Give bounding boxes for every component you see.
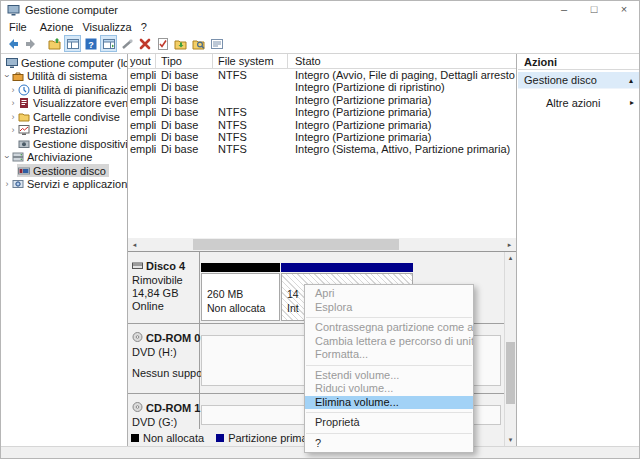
scroll-left-icon[interactable]: ◂ (128, 238, 141, 251)
cell-stato: Integro (Partizione di ripristino) (288, 81, 516, 93)
sidebar-item-cartelle-condivise[interactable]: › Cartelle condivise (1, 110, 127, 124)
sidebar-item-gestione-dispositivi[interactable]: Gestione dispositivi (1, 137, 127, 151)
console-tree: Gestione computer (locale) › Utilità di … (1, 54, 128, 446)
cell-fs: NTFS (213, 119, 288, 131)
forward-icon[interactable] (22, 35, 39, 52)
collapse-up-icon[interactable]: ▴ (629, 72, 633, 89)
scrollbar-thumb[interactable] (193, 239, 399, 250)
volume-list: yout Tipo File system Stato emplice Di b… (128, 54, 516, 251)
horizontal-scrollbar[interactable]: ◂ ▸ (128, 238, 516, 251)
menu-item-estendi-volume: Estendi volume... (305, 369, 473, 383)
context-menu: Apri Esplora Contrassegna partizione com… (304, 284, 474, 453)
chevron-collapsed-icon[interactable]: › (9, 113, 17, 121)
chevron-expanded-icon[interactable]: › (3, 153, 11, 161)
scrollbar-thumb[interactable] (506, 342, 515, 404)
chevron-collapsed-icon[interactable]: › (9, 126, 17, 134)
actions-item-altre-azioni[interactable]: Altre azioni ▸ (518, 95, 639, 111)
minimize-button[interactable]: – (549, 1, 579, 20)
titlebar: Gestione computer – □ × (1, 1, 639, 20)
storage-icon (12, 151, 24, 163)
sidebar-item-label: Prestazioni (33, 124, 87, 136)
actions-group-gestione-disco[interactable]: Gestione disco ▴ (518, 72, 639, 89)
back-icon[interactable] (4, 35, 21, 52)
column-header-file-system[interactable]: File system (213, 54, 288, 68)
sidebar-item-label: Gestione dispositivi (33, 138, 128, 150)
column-header-tipo[interactable]: Tipo (156, 54, 213, 68)
sidebar-item-visualizzatore-eventi[interactable]: › Visualizzatore eventi (1, 97, 127, 111)
device-manager-icon (18, 138, 30, 150)
delete-icon[interactable] (136, 35, 153, 52)
sidebar-item-gestione-disco[interactable]: Gestione disco (1, 164, 127, 178)
menu-visualizza[interactable]: Visualizza (82, 20, 140, 34)
partition-unallocated[interactable]: 260 MB Non allocata (201, 252, 280, 323)
column-header-layout[interactable]: yout (128, 54, 156, 68)
sidebar-item-utilita-di-sistema[interactable]: › Utilità di sistema (1, 70, 127, 84)
volume-row[interactable]: emplice Di base NTFS Integro (Partizione… (128, 106, 516, 118)
menu-item-cambia-lettera: Cambia lettera e percorso di unità... (305, 335, 473, 349)
cell-layout: emplice (128, 106, 156, 118)
column-header-stato[interactable]: Stato (288, 54, 516, 68)
disk-icon (132, 260, 143, 272)
volume-row[interactable]: emplice Di base Integro (Partizione di r… (128, 81, 516, 93)
check-document-icon[interactable] (154, 35, 171, 52)
sidebar-item-archiviazione[interactable]: › Archiviazione (1, 151, 127, 165)
cell-layout: emplice (128, 119, 156, 131)
cell-fs: NTFS (213, 143, 288, 155)
disk-title: CD-ROM 1 (146, 402, 200, 414)
volume-row[interactable]: emplice Di base NTFS Integro (Partizione… (128, 119, 516, 131)
scroll-right-icon[interactable]: ▸ (503, 238, 516, 251)
volume-row[interactable]: emplice Di base NTFS Integro (Avvio, Fil… (128, 69, 516, 81)
volume-row[interactable]: emplice Di base NTFS Integro (Sistema, A… (128, 143, 516, 155)
chevron-collapsed-icon[interactable]: › (3, 180, 11, 188)
menu-item-help[interactable]: ? (305, 437, 473, 451)
details-icon[interactable] (208, 35, 225, 52)
console-tree-icon[interactable] (64, 35, 81, 52)
disk-type: DVD (H:) (132, 346, 177, 358)
folder-up-icon[interactable] (46, 35, 63, 52)
menu-azione[interactable]: Azione (40, 20, 83, 34)
chevron-expanded-icon[interactable]: › (3, 72, 11, 80)
volume-row[interactable]: emplice Di base NTFS Integro (Partizione… (128, 131, 516, 143)
menu-item-elimina-volume[interactable]: Elimina volume... (305, 396, 473, 410)
folder-search-icon[interactable] (190, 35, 207, 52)
maximize-button[interactable]: □ (579, 1, 609, 20)
menu-help[interactable]: ? (141, 20, 156, 34)
cell-tipo: Di base (156, 131, 213, 143)
cell-stato: Integro (Partizione primaria) (288, 94, 516, 106)
scroll-up-icon[interactable]: ▴ (505, 252, 516, 264)
cell-tipo: Di base (156, 143, 213, 155)
sidebar-item-utilita-di-pianificazione[interactable]: › Utilità di pianificazione (1, 83, 127, 97)
disk-label[interactable]: Disco 4 Rimovibile 14,84 GB Online (128, 252, 200, 323)
scroll-down-icon[interactable]: ▾ (505, 434, 516, 446)
volume-row[interactable]: emplice Di base Integro (Partizione prim… (128, 94, 516, 106)
cdrom-icon (132, 402, 143, 414)
wand-icon[interactable] (118, 35, 135, 52)
disk-label[interactable]: CD-ROM 0 DVD (H:) Nessun supporto (128, 324, 200, 393)
folder-add-icon[interactable] (172, 35, 189, 52)
sidebar-item-servizi-e-applicazioni[interactable]: › Servizi e applicazioni (1, 178, 127, 192)
cell-layout: emplice (128, 81, 156, 93)
menu-item-proprieta[interactable]: Proprietà (305, 416, 473, 430)
app-icon (7, 4, 20, 17)
cell-fs (213, 81, 288, 93)
disk-size: 14,84 GB (132, 287, 178, 299)
vertical-scrollbar[interactable]: ▴ ▾ (504, 252, 516, 446)
close-button[interactable]: × (609, 1, 639, 20)
disk-label[interactable]: CD-ROM 1 DVD (G:) (128, 394, 200, 432)
chevron-collapsed-icon[interactable]: › (9, 99, 17, 107)
menu-file[interactable]: File (9, 20, 40, 34)
cell-stato: Integro (Partizione primaria) (288, 119, 516, 131)
sidebar-item-gestione-computer[interactable]: Gestione computer (locale) (1, 56, 127, 70)
help-icon[interactable]: ? (82, 35, 99, 52)
chevron-collapsed-icon[interactable]: › (9, 86, 17, 94)
cell-layout: emplice (128, 94, 156, 106)
cell-stato: Integro (Sistema, Attivo, Partizione pri… (288, 143, 516, 155)
event-viewer-icon (18, 97, 30, 109)
sidebar-item-prestazioni[interactable]: › Prestazioni (1, 124, 127, 138)
actions-header: Azioni (518, 54, 639, 70)
legend-label: Non allocata (143, 432, 204, 444)
action-pane-icon[interactable] (100, 35, 117, 52)
cell-tipo: Di base (156, 106, 213, 118)
actions-item-label: Altre azioni (546, 97, 600, 109)
cell-stato: Integro (Avvio, File di paging, Dettagli… (288, 69, 516, 81)
